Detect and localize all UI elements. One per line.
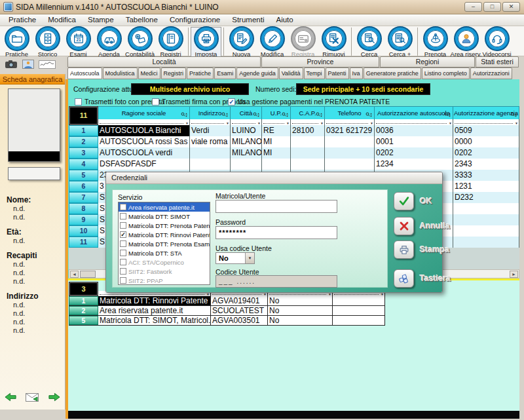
row-number[interactable]: 6 <box>69 181 98 192</box>
tab-autorizzazioni[interactable]: Autorizzazioni <box>470 67 512 79</box>
toolbar-book-button[interactable]: Registri <box>155 27 186 58</box>
close-icon[interactable]: ✕ <box>502 2 520 12</box>
toolbar-person-button[interactable]: Area riserv. <box>451 27 481 58</box>
cell[interactable] <box>325 136 375 147</box>
cell[interactable]: Verdi <box>190 125 231 136</box>
cell[interactable]: No <box>268 306 333 315</box>
cell[interactable] <box>291 159 325 170</box>
cell[interactable] <box>333 316 385 325</box>
filter-cell[interactable]: ▼ <box>190 119 231 125</box>
cell[interactable]: Area riservata patente.it <box>98 306 211 315</box>
cell[interactable]: AUTOSCUOLA Bianchi <box>98 125 190 136</box>
scroll-thumb[interactable] <box>80 271 96 278</box>
column-header-autorizzazione-agenzia[interactable]: Autorizzazione agenzia <box>453 106 519 119</box>
search-sort-icon[interactable] <box>365 110 373 119</box>
cell[interactable] <box>453 214 519 225</box>
scroll-right-icon[interactable]: ► <box>510 271 518 278</box>
filter-cell[interactable]: ▼ <box>291 119 325 125</box>
tab-tempi[interactable]: Tempi <box>304 67 325 79</box>
tastiera-button[interactable]: Tastiera <box>394 269 451 288</box>
cell[interactable]: 0321 621729 <box>325 125 375 136</box>
cell[interactable]: D232 <box>453 192 519 203</box>
row-number[interactable]: 7 <box>69 192 98 203</box>
matricola-input[interactable] <box>215 200 337 213</box>
filter-cell[interactable]: ▼ <box>262 119 291 125</box>
toolbar-antenna-button[interactable]: Prenota <box>420 27 451 58</box>
cell[interactable] <box>231 159 262 170</box>
service-item[interactable]: Matricola DTT: STA <box>119 248 210 258</box>
row-number[interactable]: 8 <box>69 203 98 214</box>
cell[interactable] <box>325 147 375 159</box>
menu-item-stampe[interactable]: Stampe <box>82 14 120 26</box>
cell[interactable]: No <box>268 296 333 305</box>
cell[interactable]: 1231 <box>453 181 519 192</box>
group-tab-località[interactable]: Località <box>67 56 261 67</box>
filter-dropdown-icon[interactable]: ▼ <box>257 122 261 125</box>
column-header-c-a-p-[interactable]: C.A.P. <box>291 106 325 119</box>
filter-dropdown-icon[interactable]: ▼ <box>515 122 518 125</box>
filter-cell[interactable]: ▼ <box>325 119 375 125</box>
service-item[interactable]: Matricola DTT: Prenota Patente <box>119 221 210 230</box>
dialog-title[interactable]: Credenziali <box>106 172 442 184</box>
filter-dropdown-icon[interactable]: ▼ <box>449 122 452 125</box>
cell[interactable]: 0509 <box>453 125 519 136</box>
send-mail-icon[interactable] <box>26 392 39 404</box>
column-header-citt-[interactable]: Città <box>231 106 262 119</box>
group-tab-province[interactable]: Province <box>261 56 379 67</box>
usa-codice-select[interactable]: No ▼ <box>215 252 255 264</box>
checkbox-icon[interactable] <box>120 213 126 220</box>
menu-item-aiuto[interactable]: Aiuto <box>270 14 299 26</box>
tab-pratiche[interactable]: Pratiche <box>187 67 214 79</box>
menu-item-tabellone[interactable]: Tabellone <box>120 14 164 26</box>
cell[interactable]: MILANO <box>231 147 262 159</box>
cell[interactable] <box>262 159 291 170</box>
maximize-icon[interactable]: □ <box>483 2 501 12</box>
menu-item-modifica[interactable]: Modifica <box>42 14 82 26</box>
tab-iva[interactable]: Iva <box>350 67 363 79</box>
cell[interactable] <box>291 147 325 159</box>
table-row[interactable]: 1AUTOSCUOLA BianchiVerdiLUINORE281000321… <box>69 125 519 136</box>
filter-cell[interactable]: ▼ <box>375 119 453 125</box>
menu-item-pratiche[interactable]: Pratiche <box>3 14 42 26</box>
cell[interactable] <box>190 147 231 159</box>
cell[interactable]: AGVA019401 <box>211 296 268 305</box>
filter-cell[interactable]: ▼ <box>453 119 519 125</box>
filter-dropdown-icon[interactable]: ▼ <box>206 293 210 296</box>
filter-cell[interactable]: ▼ <box>231 119 262 125</box>
cell[interactable] <box>333 296 385 305</box>
toolbar-doc-x-button[interactable]: Rimuovi <box>318 27 349 58</box>
toolbar-doc-new-button[interactable]: Nuova <box>226 27 257 58</box>
table-row[interactable]: 1Matricola DTT: Rinnovi PatenteAGVA01940… <box>69 296 385 306</box>
search-sort-icon[interactable] <box>510 110 517 119</box>
search-sort-icon[interactable] <box>253 110 260 119</box>
service-item[interactable]: ✓Matricola DTT: Rinnovi Patente <box>119 230 210 239</box>
checkbox-trasmetti-foto-con-prenota[interactable]: Trasmetti foto con prenota <box>75 98 164 105</box>
cell[interactable]: 2343 <box>453 159 519 170</box>
tab-listino-completo[interactable]: Listino completo <box>422 67 470 79</box>
service-item[interactable]: Matricola DTT: SIMOT <box>119 212 210 221</box>
cell[interactable]: 0202 <box>453 147 519 159</box>
checkbox-icon[interactable] <box>120 204 126 210</box>
cell[interactable]: MI <box>262 147 291 159</box>
filter-dropdown-icon[interactable]: ▼ <box>328 293 331 296</box>
search-sort-icon[interactable] <box>181 110 188 119</box>
cell[interactable]: AUTOSCUOLA rossi Sas <box>98 136 190 147</box>
tab-generatore-pratiche[interactable]: Generatore pratiche <box>364 67 421 79</box>
search-sort-icon[interactable] <box>282 110 289 119</box>
cell[interactable]: 28100 <box>291 125 325 136</box>
filter-dropdown-icon[interactable]: ▼ <box>320 122 324 125</box>
group-tab-stati-esteri[interactable]: Stati esteri <box>476 56 519 67</box>
cell[interactable]: 0202 <box>375 147 453 159</box>
tab-modulistica[interactable]: Modulistica <box>103 67 138 79</box>
cell[interactable] <box>291 136 325 147</box>
toolbar-doc-search-button[interactable]: Cerca <box>354 27 384 58</box>
toolbar-calendar-button[interactable]: 21Esami <box>63 27 94 58</box>
checkbox-icon[interactable]: ✓ <box>228 98 235 105</box>
camera-icon[interactable] <box>5 60 18 71</box>
row-number[interactable]: 5 <box>69 316 98 325</box>
toolbar-headset-button[interactable]: Videocorsi <box>481 27 512 58</box>
minimize-icon[interactable]: – <box>464 2 482 12</box>
row-number[interactable]: 9 <box>69 214 98 225</box>
password-input[interactable]: ******** <box>215 226 337 239</box>
row-number[interactable]: 4 <box>69 159 98 170</box>
